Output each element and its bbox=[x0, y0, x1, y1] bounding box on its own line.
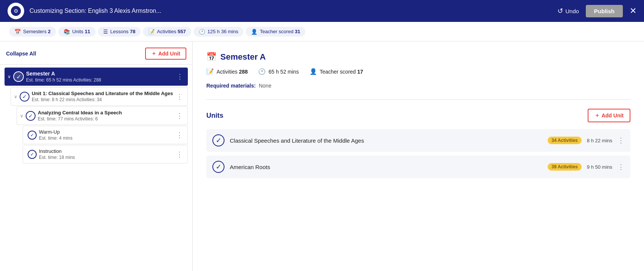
content-semester-title: Semester A bbox=[220, 52, 266, 62]
unit-meta: Est. time: 8 h 22 mins Activities: 34 bbox=[32, 97, 174, 102]
content-clock-icon: 🕐 bbox=[258, 68, 266, 75]
semester-title-calendar-icon: 📅 bbox=[206, 52, 217, 62]
content-person-icon: 👤 bbox=[310, 68, 317, 75]
unit-card-2-check: ✓ bbox=[212, 161, 224, 173]
unit-card-1-time: 8 h 22 mins bbox=[587, 138, 612, 143]
unit-name: Unit 1: Classical Speeches and Literatur… bbox=[32, 91, 174, 96]
sidebar: Collapse All ＋ Add Unit ∨ ✓ Semester A E… bbox=[0, 42, 193, 271]
app-logo: ⚙ bbox=[8, 3, 24, 19]
unit-card-1-name: Classical Speeches and Literature of the… bbox=[230, 137, 542, 144]
instruction-dots-menu[interactable]: ⋮ bbox=[176, 150, 183, 159]
stat-time-label: 125 h 36 mins bbox=[207, 29, 238, 34]
sidebar-divider bbox=[0, 64, 192, 65]
instruction-name: Instruction bbox=[39, 148, 174, 154]
calendar-icon: 📅 bbox=[14, 29, 21, 35]
unit-card-2-time: 9 h 50 mins bbox=[587, 164, 612, 170]
stat-teacher-scored: 👤 Teacher scored 31 bbox=[246, 27, 305, 37]
close-button[interactable]: ✕ bbox=[630, 7, 636, 15]
unit-card-2-dots[interactable]: ⋮ bbox=[618, 163, 624, 171]
stat-time: 🕐 125 h 36 mins bbox=[194, 27, 244, 37]
stats-bar: 📅 Semesters 2 📚 Units 11 ☰ Lessons 78 📝 … bbox=[0, 22, 644, 42]
undo-button[interactable]: ↺ Undo bbox=[557, 7, 579, 15]
unit-check-icon: ✓ bbox=[20, 92, 29, 102]
activity-icon: 📝 bbox=[148, 29, 155, 35]
units-header-row: Units ＋ Add Unit bbox=[206, 109, 630, 122]
unit-card-2[interactable]: ✓ American Roots 39 Activities 9 h 50 mi… bbox=[206, 156, 630, 178]
app-header: ⚙ Customizing Section: English 3 Alexis … bbox=[0, 0, 644, 22]
lesson-check-icon: ✓ bbox=[26, 111, 36, 121]
stat-units[interactable]: 📚 Units 11 bbox=[58, 27, 96, 37]
unit-row-1[interactable]: ∨ ✓ Unit 1: Classical Speeches and Liter… bbox=[11, 87, 188, 106]
instruction-check-icon: ✓ bbox=[28, 150, 37, 159]
warmup-name: Warm-Up bbox=[39, 129, 174, 135]
semester-row-a[interactable]: ∨ ✓ Semester A Est. time: 65 h 52 mins A… bbox=[5, 68, 188, 86]
required-materials-value: None bbox=[259, 83, 271, 89]
lesson-chevron[interactable]: ∨ bbox=[20, 113, 23, 119]
content-divider bbox=[206, 99, 630, 100]
main-layout: Collapse All ＋ Add Unit ∨ ✓ Semester A E… bbox=[0, 42, 644, 271]
warmup-check-icon: ✓ bbox=[28, 131, 37, 140]
content-semester-stats: 📝 Activities 288 🕐 65 h 52 mins 👤 Teache… bbox=[206, 68, 630, 75]
collapse-all-button[interactable]: Collapse All bbox=[6, 51, 36, 57]
stat-activities[interactable]: 📝 Activities 557 bbox=[143, 27, 191, 37]
publish-button[interactable]: Publish bbox=[586, 5, 623, 17]
unit-card-2-name: American Roots bbox=[230, 164, 542, 170]
unit-info: Unit 1: Classical Speeches and Literatur… bbox=[32, 91, 174, 102]
clock-icon: 🕐 bbox=[199, 29, 205, 35]
unit-card-1[interactable]: ✓ Classical Speeches and Literature of t… bbox=[206, 129, 630, 152]
lesson-row-1[interactable]: ∨ ✓ Analyzing Central Ideas in a Speech … bbox=[17, 106, 188, 125]
list-icon: ☰ bbox=[103, 29, 108, 35]
header-actions: ↺ Undo Publish ✕ bbox=[557, 5, 636, 17]
unit-chevron[interactable]: ∨ bbox=[14, 94, 17, 99]
lesson-dots-menu[interactable]: ⋮ bbox=[176, 112, 183, 120]
warmup-dots-menu[interactable]: ⋮ bbox=[176, 131, 183, 139]
stat-lessons[interactable]: ☰ Lessons 78 bbox=[98, 27, 141, 37]
content-stat-activities-label: Activities 288 bbox=[217, 69, 248, 75]
stat-lessons-label: Lessons 78 bbox=[110, 29, 136, 34]
stat-semesters-label: Semesters 2 bbox=[23, 29, 51, 34]
warmup-info: Warm-Up Est. time: 4 mins bbox=[39, 129, 174, 141]
warmup-meta: Est. time: 4 mins bbox=[39, 136, 174, 141]
layers-icon: 📚 bbox=[63, 29, 70, 35]
sidebar-add-unit-label: Add Unit bbox=[158, 51, 180, 57]
required-materials-row: Required materials: None bbox=[206, 83, 630, 89]
lesson-meta: Est. time: 77 mins Activities: 6 bbox=[38, 116, 174, 122]
semester-title-row: 📅 Semester A bbox=[206, 52, 630, 62]
stat-teacher-scored-label: Teacher scored 31 bbox=[260, 29, 300, 34]
units-section-label: Units bbox=[206, 112, 223, 120]
subitem-instruction[interactable]: ✓ Instruction Est. time: 18 mins ⋮ bbox=[23, 145, 188, 163]
semester-chevron[interactable]: ∨ bbox=[8, 74, 11, 79]
stat-units-label: Units 11 bbox=[72, 29, 90, 34]
lesson-name: Analyzing Central Ideas in a Speech bbox=[38, 110, 174, 115]
semester-name: Semester A bbox=[26, 71, 174, 77]
content-add-unit-label: Add Unit bbox=[602, 112, 624, 119]
content-stat-teacher: 👤 Teacher scored 17 bbox=[310, 68, 363, 75]
lesson-info: Analyzing Central Ideas in a Speech Est.… bbox=[38, 110, 174, 122]
svg-text:⚙: ⚙ bbox=[14, 8, 19, 14]
undo-label: Undo bbox=[565, 8, 579, 14]
content-stat-teacher-label: Teacher scored 17 bbox=[320, 69, 363, 75]
plus-icon: ＋ bbox=[151, 50, 156, 57]
stat-semesters[interactable]: 📅 Semesters 2 bbox=[9, 27, 56, 37]
instruction-meta: Est. time: 18 mins bbox=[39, 155, 174, 160]
content-add-unit-button[interactable]: ＋ Add Unit bbox=[588, 109, 630, 122]
undo-icon: ↺ bbox=[557, 7, 563, 15]
semester-meta: Est. time: 65 h 52 mins Activities: 288 bbox=[26, 77, 174, 83]
sidebar-header: Collapse All ＋ Add Unit bbox=[0, 48, 192, 64]
required-materials-label: Required materials: bbox=[206, 83, 256, 89]
unit-card-2-badge: 39 Activities bbox=[548, 163, 582, 171]
content-stat-activities: 📝 Activities 288 bbox=[206, 68, 248, 75]
content-stat-time: 🕐 65 h 52 mins bbox=[258, 68, 299, 75]
sidebar-add-unit-button[interactable]: ＋ Add Unit bbox=[145, 48, 186, 60]
semester-check-icon: ✓ bbox=[13, 71, 24, 82]
subitem-warmup[interactable]: ✓ Warm-Up Est. time: 4 mins ⋮ bbox=[23, 126, 188, 144]
semester-info: Semester A Est. time: 65 h 52 mins Activ… bbox=[26, 71, 174, 83]
content-stat-time-label: 65 h 52 mins bbox=[268, 69, 299, 75]
semester-dots-menu[interactable]: ⋮ bbox=[176, 72, 183, 81]
header-title: Customizing Section: English 3 Alexis Ar… bbox=[29, 8, 552, 14]
unit-dots-menu[interactable]: ⋮ bbox=[176, 92, 183, 101]
content-activity-icon: 📝 bbox=[206, 68, 214, 75]
unit-card-1-dots[interactable]: ⋮ bbox=[618, 136, 624, 145]
content-plus-icon: ＋ bbox=[594, 112, 600, 119]
instruction-info: Instruction Est. time: 18 mins bbox=[39, 148, 174, 160]
